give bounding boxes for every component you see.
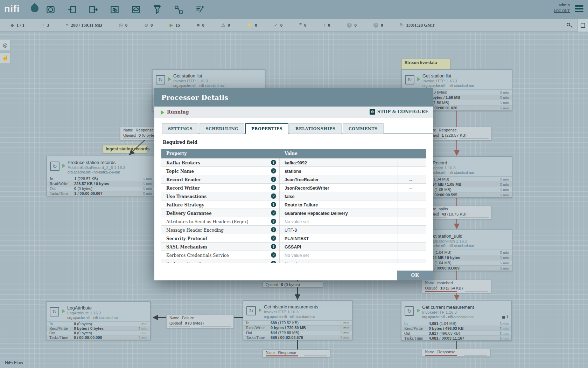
running-play-icon [62, 164, 65, 168]
help-icon[interactable]: ? [271, 160, 276, 165]
funnel-tool-icon[interactable] [151, 3, 163, 16]
property-goto-cell [398, 259, 426, 263]
stat-key: Read/Write [49, 326, 68, 330]
status-item-transmitting: ◎0 [119, 22, 127, 28]
help-icon[interactable]: ? [271, 177, 276, 182]
processor-stat-row: Read/Write0 bytes / 0 bytes5 min [47, 326, 150, 330]
status-item-queued: ≡208 / 159.11 MB [66, 22, 102, 28]
processor-get-historic-measurements[interactable]: ↻Get historic measurementsInvokeHTTP 1.1… [243, 300, 352, 340]
status-item-not-transmitting: ⊘0 [144, 22, 153, 28]
processor-get-current-measurement[interactable]: ↻Get current measurementInvokeHTTP 1.16.… [401, 301, 512, 341]
connection-matched[interactable]: NamematchedQueued10 (2.64 KB) [422, 280, 491, 293]
help-icon[interactable]: ? [271, 244, 276, 249]
connection-response-live[interactable]: NameResponseQueued1 (228.57 KB) [423, 127, 492, 140]
connection-queued-row: Queued10 (2.64 KB) [422, 285, 491, 291]
connection-queued-row: Queued0 (0 bytes) [263, 282, 323, 287]
connection-failure[interactable]: NameFailureQueued0 (0 bytes) [166, 315, 234, 328]
processor-stat-row: Read/Write228.57 KB / 0 bytes5 min [47, 181, 155, 186]
birdseye-toggle-icon[interactable] [578, 19, 588, 32]
remote-process-group-tool-icon[interactable] [130, 3, 142, 16]
processor-tool-icon[interactable] [44, 3, 57, 16]
queue-progress-bars [422, 291, 491, 293]
help-icon[interactable]: ? [271, 202, 276, 207]
stat-window: 5 min [500, 321, 509, 326]
status-item-value: 15 [176, 22, 180, 28]
status-item-disabled: ⚡0 [247, 22, 257, 28]
logout-link[interactable]: LOG OUT [554, 9, 570, 13]
global-menu-icon[interactable] [575, 5, 583, 14]
property-name-cell: Use Transactions? [161, 192, 280, 200]
process-group-tool-icon[interactable] [108, 3, 121, 16]
property-name: Security Protocol [166, 236, 207, 241]
status-item-value: 208 / 159.11 MB [71, 22, 102, 28]
input-port-tool-icon[interactable] [65, 3, 78, 16]
help-icon[interactable]: ? [271, 168, 276, 173]
stat-window: 5 min [500, 250, 509, 254]
go-to-service-arrow-icon[interactable]: → [403, 185, 413, 191]
tab-properties[interactable]: PROPERTIES [245, 123, 288, 134]
connection-response-bottom-right[interactable]: NameResponse [422, 349, 490, 357]
connection-queued-mid[interactable]: Queued0 (0 bytes) [262, 281, 323, 287]
processor-log-attribute[interactable]: ↻LogAttributeLogAttribute 1.16.3org.apac… [46, 301, 150, 340]
tab-settings[interactable]: SETTINGS [162, 123, 198, 134]
queued-size: (10.75 KB) [446, 212, 467, 216]
help-icon[interactable]: ? [271, 261, 276, 263]
template-tool-icon[interactable] [172, 3, 185, 16]
tab-scheduling[interactable]: SCHEDULING [200, 123, 244, 134]
label-ingest-station-records[interactable]: Ingest station records [103, 145, 147, 153]
help-icon[interactable]: ? [271, 227, 276, 232]
property-goto-cell [398, 167, 426, 175]
running-play-icon [62, 309, 65, 313]
tab-relationships[interactable]: RELATIONSHIPS [289, 123, 342, 134]
processor-produce-station-records[interactable]: ↻Produce station recordsPublishKafkaReco… [47, 156, 155, 196]
status-item-value: 0 [381, 22, 383, 28]
stat-value: 3,817 (496.03 KB) [429, 331, 460, 335]
tab-comments[interactable]: COMMENTS [343, 123, 384, 134]
label-stream-live-data[interactable]: Stream live-data [401, 59, 450, 69]
property-value-cell: JsonTreeReader [280, 175, 398, 183]
processor-type: PublishKafkaRecord_2_6 1.16.3 [68, 165, 125, 170]
operate-palette-button[interactable]: ☝ [0, 53, 10, 64]
property-row: Delivery Guarantee?Guarantee Replicated … [161, 209, 426, 217]
processor-stat-row: Tasks/Time0 / 00:00:00.0005 min [47, 335, 150, 340]
property-column-header: Property [161, 149, 280, 158]
status-item-value: 0 [228, 22, 230, 28]
stat-window: 5 min [500, 95, 509, 100]
stop-and-configure-button[interactable]: ⚙ STOP & CONFIGURE [370, 109, 428, 115]
stat-window: 5 min [500, 90, 509, 94]
processor-type: LogAttribute 1.16.3 [67, 311, 101, 315]
processor-icon: ↻ [246, 306, 256, 315]
property-value-cell: GSSAPI [280, 243, 398, 251]
processor-bundle: org.apache.nifi - nifi-kafka-2-6-nar [68, 170, 120, 174]
ok-button[interactable]: OK [397, 271, 433, 280]
processor-stat-row: Read/Write0 bytes / 496.03 KB5 min [401, 326, 511, 330]
property-value-cell: UTF-8 [280, 226, 398, 234]
go-to-service-arrow-icon[interactable]: → [403, 177, 413, 182]
label-tool-icon[interactable] [194, 3, 206, 16]
output-port-tool-icon[interactable] [87, 3, 99, 16]
search-icon[interactable] [566, 22, 573, 29]
help-icon[interactable]: ? [271, 252, 276, 258]
processor-name: LogAttribute [67, 305, 92, 311]
property-row: Use Transactions?false [161, 192, 426, 200]
property-name: Record Writer [166, 186, 200, 191]
property-name: Use Transactions [166, 194, 206, 199]
breadcrumb[interactable]: NiFi Flow [5, 360, 23, 365]
processor-name: Produce station records [68, 160, 115, 165]
properties-table-header: Property Value [161, 149, 426, 158]
connection-response-bottom-mid[interactable]: NameResponse [262, 349, 330, 357]
help-icon[interactable]: ? [271, 185, 276, 190]
property-name: Message Header Encoding [166, 228, 224, 233]
property-goto-cell [398, 217, 426, 225]
connection-splits[interactable]: NamesplitsQueued43 (10.75 KB) [423, 206, 492, 219]
help-icon[interactable]: ? [271, 236, 276, 241]
stat-value: 228.57 KB / 0 bytes [74, 182, 109, 186]
help-icon[interactable]: ? [271, 210, 276, 216]
property-row: Attributes to Send as Headers (Regex)?No… [161, 217, 426, 226]
nifi-logo: nifi [4, 4, 20, 14]
help-icon[interactable]: ? [271, 219, 276, 224]
processor-type: InvokeHTTP 1.16.3 [422, 79, 457, 83]
help-icon[interactable]: ? [271, 193, 276, 199]
stat-key: Tasks/Time [404, 336, 423, 340]
navigate-palette-button[interactable]: ◎ [0, 40, 10, 51]
